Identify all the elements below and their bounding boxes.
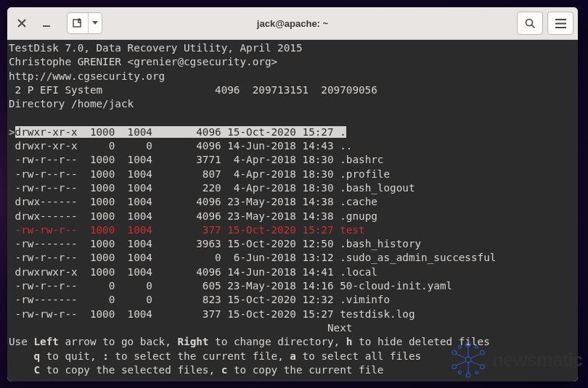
file-row[interactable]: drwxrwxr-x 1000 1004 4096 14-Jun-2018 14… xyxy=(15,266,377,278)
svg-point-1 xyxy=(526,19,532,25)
file-row[interactable]: drwx------ 1000 1004 4096 23-May-2018 14… xyxy=(15,196,377,207)
terminal-window: jack@apache: ~ TestDisk 7.0, Data Recove… xyxy=(7,7,578,381)
new-tab-dropdown[interactable] xyxy=(89,13,102,33)
file-row[interactable]: -rw------- 0 0 823 15-Oct-2020 12:32 .vi… xyxy=(15,294,390,305)
file-row[interactable]: drwx------ 1000 1004 4096 23-May-2018 14… xyxy=(15,210,377,222)
header-line: 2 P EFI System 4096 209713151 209709056 xyxy=(9,84,377,96)
terminal-content[interactable]: TestDisk 7.0, Data Recovery Utility, Apr… xyxy=(7,40,578,381)
header-line: Christophe GRENIER <grenier@cgsecurity.o… xyxy=(9,56,277,67)
header-line: TestDisk 7.0, Data Recovery Utility, Apr… xyxy=(9,42,303,54)
file-row[interactable]: -rw-rw-r-- 1000 1004 377 15-Oct-2020 15:… xyxy=(15,308,415,320)
file-row[interactable]: -rw-r--r-- 1000 1004 0 6-Jun-2018 13:12 … xyxy=(15,252,497,263)
file-row[interactable]: -rw-r--r-- 1000 1004 220 4-Apr-2018 18:3… xyxy=(15,182,415,194)
help-line: q to quit, : to select the current file,… xyxy=(9,350,421,362)
close-button[interactable] xyxy=(12,13,32,33)
file-row[interactable]: -rw-rw-r-- 1000 1004 377 15-Oct-2020 15:… xyxy=(15,224,365,236)
minimize-button[interactable] xyxy=(36,13,57,33)
new-tab-group xyxy=(67,12,102,34)
titlebar: jack@apache: ~ xyxy=(7,7,578,40)
header-line: http://www.cgsecurity.org xyxy=(9,70,165,82)
file-row[interactable]: drwxr-xr-x 1000 1004 4096 15-Oct-2020 15… xyxy=(15,126,346,138)
file-row[interactable]: drwxr-xr-x 0 0 4096 14-Jun-2018 14:43 .. xyxy=(15,140,353,152)
new-tab-button[interactable] xyxy=(68,13,88,33)
help-line: Use Left arrow to go back, Right to chan… xyxy=(9,336,490,347)
next-indicator: Next xyxy=(9,322,352,334)
file-row[interactable]: -rw-r--r-- 0 0 605 23-May-2018 14:16 50-… xyxy=(15,280,453,292)
file-row[interactable]: -rw------- 1000 1004 3963 15-Oct-2020 12… xyxy=(15,238,421,249)
search-button[interactable] xyxy=(517,12,543,35)
header-line: Directory /home/jack xyxy=(9,98,134,110)
file-row[interactable]: -rw-r--r-- 1000 1004 3771 4-Apr-2018 18:… xyxy=(15,154,384,165)
file-row[interactable]: -rw-r--r-- 1000 1004 807 4-Apr-2018 18:3… xyxy=(15,168,390,180)
help-line: C to copy the selected files, c to copy … xyxy=(9,364,383,376)
menu-button[interactable] xyxy=(547,12,573,35)
